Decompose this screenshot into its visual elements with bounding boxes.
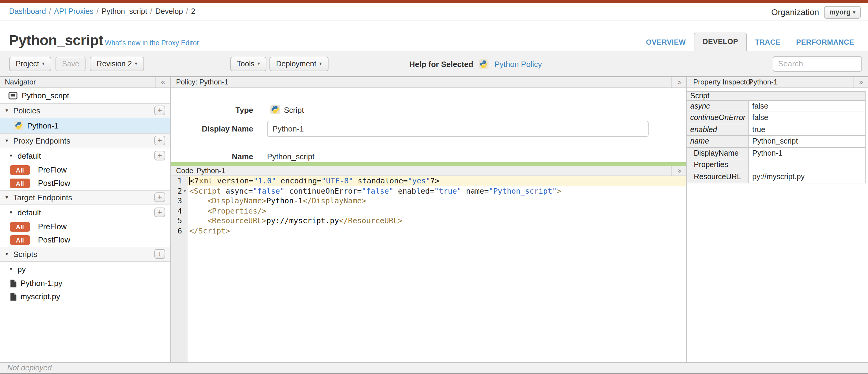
organization-label: Organization xyxy=(771,7,819,17)
navigator-section-policies[interactable]: ▾Policies+ xyxy=(0,103,170,118)
project-menu-button[interactable]: Project▾ xyxy=(9,56,51,71)
condition-all-badge: All xyxy=(10,178,30,188)
code-editor[interactable]: 1<?xml version="1.0" encoding="UTF-8" st… xyxy=(171,176,686,362)
navigator-item-python-1-py[interactable]: Python-1.py xyxy=(0,277,170,290)
page-title: Python_script xyxy=(9,32,103,49)
navigator-section-target-endpoints[interactable]: ▾Target Endpoints+ xyxy=(0,190,170,205)
navigator-title: Navigator xyxy=(5,77,36,87)
caret-down-icon: ▾ xyxy=(5,138,13,144)
property-value-name[interactable]: Python_script xyxy=(749,136,865,147)
property-value-enabled[interactable]: true xyxy=(749,124,865,135)
code-token: xml xyxy=(199,176,213,185)
condition-all-badge: All xyxy=(10,165,30,175)
add-default-button[interactable]: + xyxy=(154,151,165,161)
breadcrumb-separator: / xyxy=(186,7,188,16)
add-policies-button[interactable]: + xyxy=(154,106,165,115)
navigator-label: Python_script xyxy=(22,91,69,100)
breadcrumb-item-dashboard[interactable]: Dashboard xyxy=(9,7,46,16)
type-label: Type xyxy=(171,105,253,114)
breadcrumb-item-api-proxies[interactable]: API Proxies xyxy=(54,7,93,16)
tab-develop[interactable]: DEVELOP xyxy=(693,32,747,51)
add-default-button[interactable]: + xyxy=(154,207,165,217)
add-proxy-endpoints-button[interactable]: + xyxy=(154,136,165,145)
search-input[interactable] xyxy=(773,56,862,71)
code-line-1: 1<?xml version="1.0" encoding="UTF-8" st… xyxy=(171,176,686,186)
navigator-item-postflow[interactable]: AllPostFlow xyxy=(0,176,170,190)
navigator-item-python-script[interactable]: Python_script xyxy=(0,88,170,103)
double-chevron-up-icon: « xyxy=(674,81,684,84)
property-row-resourceurl: ResourceURLpy://myscript.py xyxy=(687,171,865,183)
navigator-item-myscript-py[interactable]: myscript.py xyxy=(0,290,170,303)
navigator-item-default[interactable]: ▾default+ xyxy=(0,148,170,163)
tab-performance[interactable]: PERFORMANCE xyxy=(788,33,862,51)
property-label-enabled: enabled xyxy=(687,124,749,135)
code-token: "yes" xyxy=(408,176,430,185)
property-section-script: Script xyxy=(687,91,865,100)
navigator-section-scripts[interactable]: ▾Scripts+ xyxy=(0,247,170,261)
type-value: Script xyxy=(284,105,304,114)
navigator-label: PostFlow xyxy=(38,235,70,244)
property-value-properties[interactable] xyxy=(749,159,865,170)
code-token: "false" xyxy=(362,186,393,195)
property-label-name: name xyxy=(687,136,749,147)
code-token: "UTF-8" xyxy=(321,176,353,185)
python-policy-help-link[interactable]: Python Policy xyxy=(494,59,542,68)
policy-header-title: Policy: Python-1 xyxy=(176,77,228,87)
tab-bar: OVERVIEWDEVELOPTRACEPERFORMANCE xyxy=(638,32,862,51)
deployment-menu-button[interactable]: Deployment▾ xyxy=(270,56,328,71)
navigator-item-preflow[interactable]: AllPreFlow xyxy=(0,163,170,176)
code-token: version= xyxy=(213,176,253,185)
breadcrumb: Dashboard/API Proxies/Python_script/Deve… xyxy=(9,3,195,21)
breadcrumb-row: Dashboard/API Proxies/Python_script/Deve… xyxy=(0,3,868,21)
code-line-content: </Script> xyxy=(187,226,686,236)
save-button[interactable]: Save xyxy=(56,56,86,71)
collapse-policy-section-button[interactable]: « xyxy=(672,77,686,88)
whats-new-link[interactable]: What's new in the Proxy Editor xyxy=(105,39,199,47)
fold-caret-icon[interactable]: ▾ xyxy=(182,186,187,196)
navigator-item-preflow[interactable]: AllPreFlow xyxy=(0,220,170,233)
property-value-continueonerror[interactable]: false xyxy=(749,112,865,123)
deployment-status-text: Not deployed xyxy=(7,364,52,372)
tab-trace[interactable]: TRACE xyxy=(747,33,788,51)
line-number-text: 3 xyxy=(178,196,182,206)
property-inspector-title: Property Inspector xyxy=(693,77,752,87)
navigator-item-default[interactable]: ▾default+ xyxy=(0,205,170,220)
main-content: Navigator « Python_script▾Policies+Pytho… xyxy=(0,77,868,362)
add-scripts-button[interactable]: + xyxy=(154,249,165,259)
line-number: 1 xyxy=(171,176,187,186)
revision-menu-button[interactable]: Revision 2▾ xyxy=(90,56,144,71)
navigator-item-python-1[interactable]: Python-1 xyxy=(0,118,170,133)
python-icon xyxy=(270,104,280,114)
property-value-async[interactable]: false xyxy=(749,100,865,112)
organization-value: myorg xyxy=(830,8,850,16)
navigator-label: default xyxy=(18,151,41,160)
navigator-label: myscript.py xyxy=(21,292,60,301)
line-number: 3 xyxy=(171,196,187,206)
code-line-content: <Script async="false" continueOnError="f… xyxy=(187,186,686,196)
property-value-displayname[interactable]: Python-1 xyxy=(749,147,865,159)
code-token: <DisplayName> xyxy=(207,196,267,205)
caret-down-icon: ▾ xyxy=(10,266,18,272)
code-token: "1.0" xyxy=(253,176,276,185)
tab-overview[interactable]: OVERVIEW xyxy=(638,33,693,51)
navigator-label: PreFlow xyxy=(38,222,67,231)
navigator-section-proxy-endpoints[interactable]: ▾Proxy Endpoints+ xyxy=(0,133,170,148)
navigator-label: Proxy Endpoints xyxy=(13,136,70,145)
expand-code-section-button[interactable]: « xyxy=(672,166,686,176)
property-label-continueonerror: continueOnError xyxy=(687,112,749,123)
navigator-item-postflow[interactable]: AllPostFlow xyxy=(0,233,170,247)
code-token: <Properties/> xyxy=(207,206,267,215)
property-value-resourceurl[interactable]: py://myscript.py xyxy=(749,171,865,183)
collapse-navigator-button[interactable]: « xyxy=(156,77,170,88)
navigator-item-py[interactable]: ▾py xyxy=(0,261,170,277)
organization-dropdown[interactable]: myorg▾ xyxy=(824,6,861,19)
tools-menu-button[interactable]: Tools▾ xyxy=(230,56,267,71)
display-name-input[interactable] xyxy=(267,120,649,137)
property-table: ScriptasyncfalsecontinueOnErrorfalseenab… xyxy=(687,91,866,183)
code-token: </DisplayName> xyxy=(303,196,366,205)
add-target-endpoints-button[interactable]: + xyxy=(154,193,165,202)
name-label: Name xyxy=(171,152,253,161)
property-row-name: namePython_script xyxy=(687,136,865,147)
expand-inspector-button[interactable]: » xyxy=(854,77,868,88)
chevron-down-icon: ▾ xyxy=(135,61,137,66)
